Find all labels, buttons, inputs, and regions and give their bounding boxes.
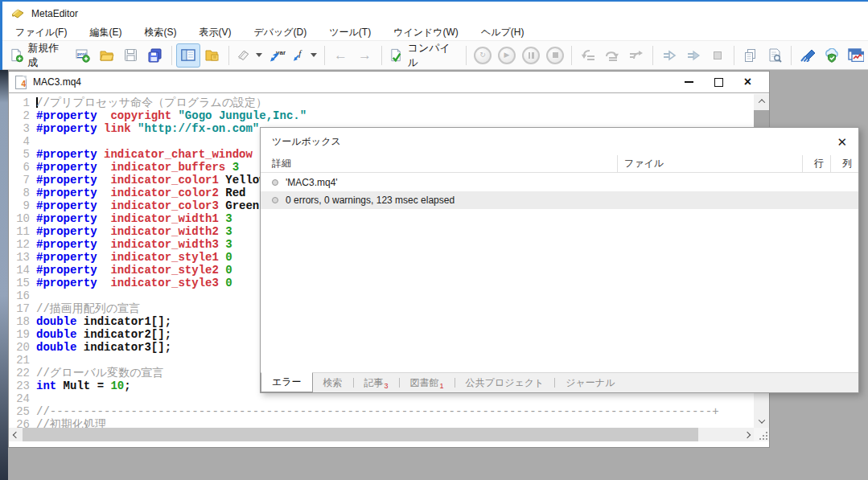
close-icon[interactable]: ×: [744, 76, 751, 88]
resize-grip-icon[interactable]: [759, 432, 767, 440]
tab-journal[interactable]: ジャーナル: [555, 373, 625, 392]
pause-icon: [522, 47, 540, 64]
menu-tools[interactable]: ツール(T): [318, 24, 382, 41]
minimize-icon[interactable]: [685, 81, 693, 83]
chart-window-icon: [848, 48, 864, 62]
code-text: #property indicator_chart_window: [36, 148, 253, 161]
add-function-button[interactable]: f: [290, 43, 320, 68]
pause-debug-button[interactable]: [519, 43, 543, 68]
code-text: int Mult = 10;: [36, 379, 131, 392]
play-icon: ▶: [498, 47, 516, 64]
menu-help[interactable]: ヘルプ(H): [470, 24, 536, 41]
tab-articles[interactable]: 記事3: [354, 373, 399, 392]
run-to-cursor-button[interactable]: [657, 43, 681, 68]
horizontal-scroll-thumb[interactable]: [23, 428, 698, 441]
horizontal-scrollbar[interactable]: [9, 428, 754, 441]
code-text: #property copyright "Gogo Jungule,Inc.": [36, 109, 306, 122]
start-debug-button[interactable]: ▶: [495, 43, 519, 68]
save-all-button[interactable]: [143, 43, 167, 68]
scroll-right-button[interactable]: [740, 428, 754, 441]
menu-file[interactable]: ファイル(F): [4, 24, 78, 41]
step-out-button[interactable]: [624, 43, 648, 68]
chevron-left-icon: [12, 431, 19, 437]
toolbox-titlebar[interactable]: ツールボックス ✕: [261, 128, 858, 155]
stop-debug-button[interactable]: [543, 43, 567, 68]
code-preview-button[interactable]: [763, 43, 787, 68]
scroll-down-button[interactable]: [754, 414, 769, 428]
tab-public-projects[interactable]: 公共プロジェクト: [455, 373, 555, 392]
open-file-button[interactable]: [95, 43, 119, 68]
line-number: 24: [9, 392, 30, 405]
menu-window[interactable]: ウインドウ(W): [382, 24, 470, 41]
line-number: 11: [9, 225, 30, 238]
app-title: MetaEditor: [31, 8, 78, 19]
toolbox-close-icon[interactable]: ✕: [837, 136, 847, 148]
function-dropdown-caret-icon[interactable]: [311, 53, 317, 57]
open-data-folder-button[interactable]: [200, 43, 224, 68]
navigate-back-button[interactable]: ←: [329, 43, 353, 68]
document-titlebar[interactable]: 4 MAC3.mq4 ×: [9, 72, 769, 93]
toolbox-row-text: 'MAC3.mq4': [286, 177, 338, 188]
column-line[interactable]: 行: [802, 155, 830, 172]
toolbar: 新規作成 proj: [2, 41, 868, 70]
scroll-left-button[interactable]: [9, 428, 23, 441]
line-number: 25: [9, 405, 30, 418]
code-text: #property link "http://fx-on.com": [36, 122, 259, 135]
toolbox-tabs: エラー 検索 記事3 図書館1 公共プロジェクト ジャーナル: [261, 372, 858, 392]
line-number: 21: [9, 354, 30, 367]
tab-errors[interactable]: エラー: [261, 372, 313, 392]
code-text: //--------------------------------------…: [36, 405, 719, 418]
maximize-icon[interactable]: [714, 78, 723, 87]
scroll-up-button[interactable]: [754, 94, 769, 108]
save-button[interactable]: [119, 43, 143, 68]
back-arrow-icon: ←: [334, 48, 348, 62]
compile-button[interactable]: コンパイル: [386, 43, 462, 68]
tab-search[interactable]: 検索: [313, 373, 353, 392]
variable-arrow-icon: var: [269, 48, 286, 62]
jump-arrow2-icon: [686, 50, 701, 61]
new-project-button[interactable]: proj: [71, 43, 95, 68]
toolbox-row-result[interactable]: 0 errors, 0 warnings, 123 msec elapsed: [261, 191, 858, 209]
navigator-toggle-button[interactable]: [176, 43, 200, 68]
toolbox-row-file[interactable]: 'MAC3.mq4': [261, 174, 858, 191]
column-file[interactable]: ファイル: [617, 155, 802, 172]
halt-button[interactable]: [706, 43, 730, 68]
new-file-button[interactable]: 新規作成: [6, 43, 71, 68]
toolbar-separator: [381, 46, 382, 65]
restart-debug-button[interactable]: ↻: [471, 43, 495, 68]
document-search-icon: [767, 48, 783, 63]
navigate-forward-button[interactable]: →: [353, 43, 377, 68]
tab-library[interactable]: 図書館1: [400, 373, 455, 392]
toolbar-separator: [466, 46, 467, 65]
code-line: 25//------------------------------------…: [9, 405, 754, 418]
add-variable-button[interactable]: var: [265, 43, 290, 68]
line-number: 9: [9, 199, 30, 212]
menu-edit[interactable]: 編集(E): [78, 24, 133, 41]
book-dropdown-caret-icon[interactable]: [256, 53, 262, 57]
styler-button[interactable]: [796, 43, 820, 68]
run-to-breakpoint-button[interactable]: [681, 43, 706, 68]
column-col[interactable]: 列: [830, 155, 858, 172]
code-text: #property indicator_width2 3: [36, 225, 232, 238]
styler-brush-icon: [800, 49, 816, 62]
copy-button[interactable]: [738, 43, 763, 68]
column-details[interactable]: 詳細: [261, 155, 617, 172]
code-text: #property indicator_style1 0: [36, 251, 232, 264]
step-into-button[interactable]: [576, 43, 600, 68]
mql5-storage-button[interactable]: [820, 43, 844, 68]
line-number: 13: [9, 251, 30, 264]
line-number: 18: [9, 315, 30, 328]
step-over-button[interactable]: [600, 43, 624, 68]
menu-debug[interactable]: デバッグ(D): [242, 24, 318, 41]
code-line: 26//初期化処理: [9, 418, 754, 428]
reference-book-button[interactable]: [233, 43, 265, 68]
menu-search[interactable]: 検索(S): [133, 24, 187, 41]
menu-view[interactable]: 表示(V): [187, 24, 242, 41]
code-text: #property indicator_buffers 3: [36, 161, 239, 174]
code-text: //描画用配列の宣言: [36, 302, 140, 315]
restart-debug-icon: ↻: [474, 47, 492, 64]
open-chart-button[interactable]: [844, 43, 868, 68]
code-text: //初期化処理: [36, 418, 106, 428]
halt-square-icon: [714, 51, 722, 59]
line-number: 3: [9, 122, 30, 135]
